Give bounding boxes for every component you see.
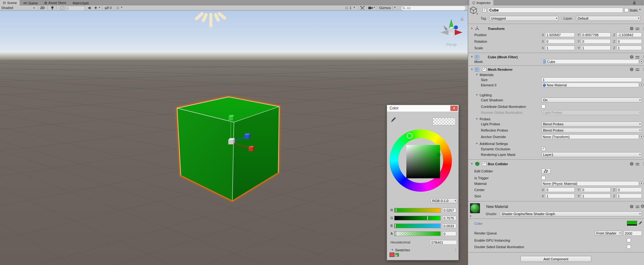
meshfilter-foldout-icon[interactable]: ▼ [471, 55, 473, 60]
color-window-titlebar[interactable]: Color x [387, 105, 458, 112]
anchor-object-picker[interactable] [640, 135, 643, 138]
static-checkbox[interactable] [624, 8, 628, 12]
material-gear-icon[interactable] [641, 204, 644, 208]
scale-z-field[interactable]: 1 [617, 46, 642, 50]
material-presets-icon[interactable] [636, 205, 639, 208]
probes-label[interactable]: Probes [480, 117, 491, 122]
collider-center-x-field[interactable]: 0 [545, 187, 575, 192]
shading-mode-dropdown[interactable]: Shaded ▾ [1, 5, 13, 10]
materials-size-field[interactable]: 1 [541, 77, 642, 82]
meshfilter-menu-icon[interactable] [642, 55, 644, 59]
swatch-red[interactable] [390, 253, 395, 257]
collider-center-z-field[interactable]: 0 [617, 187, 642, 192]
physic-material-picker[interactable] [640, 181, 643, 185]
tag-dropdown[interactable]: Untagged [489, 16, 559, 21]
scale-handle-x[interactable] [249, 146, 254, 151]
hue-marker[interactable] [407, 133, 413, 139]
snap-dropdown-icon[interactable]: ▾ [354, 6, 355, 9]
scale-handle-z[interactable] [245, 133, 250, 139]
meshrenderer-title[interactable]: Mesh Renderer [488, 67, 512, 72]
gpu-instancing-checkbox[interactable] [627, 238, 631, 242]
position-x-field[interactable]: 1.920587 [545, 32, 575, 37]
lighting-foldout-icon[interactable]: ▼ [476, 93, 478, 98]
gameobject-enabled-checkbox[interactable] [482, 8, 487, 12]
slider-b-value[interactable]: 0.0033 [442, 224, 456, 228]
meshfilter-title[interactable]: Cube (Mesh Filter) [488, 55, 518, 60]
gameobject-name-field[interactable]: Cube [488, 7, 623, 13]
shader-dropdown[interactable]: Shader Graphs/New Shader Graph [500, 211, 642, 216]
scale-y-field[interactable]: 1 [581, 46, 611, 50]
material-preview-thumbnail[interactable] [470, 203, 480, 213]
element0-field[interactable]: New Material [541, 83, 639, 87]
physic-material-field[interactable]: None (Physic Material) [541, 181, 639, 186]
tools-icon[interactable] [360, 6, 365, 10]
slider-b-track[interactable] [394, 224, 441, 228]
transform-presets-icon[interactable] [636, 27, 639, 30]
meshrenderer-foldout-icon[interactable]: ▼ [471, 67, 473, 72]
collider-size-y-field[interactable]: 1 [581, 194, 611, 198]
transform-help-icon[interactable] [630, 27, 633, 30]
boxcollider-foldout-icon[interactable]: ▼ [471, 161, 473, 166]
axis-z-cone[interactable] [454, 26, 458, 30]
meshrenderer-enabled-checkbox[interactable] [482, 67, 486, 71]
material-color-swatch[interactable] [627, 221, 637, 226]
audio-toggle-icon[interactable] [88, 6, 92, 10]
render-queue-mode-dropdown[interactable]: From Shader [595, 231, 622, 236]
color-mode-dropdown[interactable]: RGB 0-1.0 [431, 198, 457, 203]
scene-search-input[interactable]: All [401, 6, 466, 11]
scene-tabbar-menu-icon[interactable] [464, 1, 467, 5]
additional-settings-label[interactable]: Additional Settings [480, 141, 508, 146]
mesh-field[interactable]: Cube [541, 59, 639, 64]
slider-r-track[interactable] [394, 208, 441, 213]
slider-a-value[interactable]: 0 [442, 231, 456, 236]
anchor-override-field[interactable]: None (Transform) [541, 134, 639, 139]
effects-dropdown-icon[interactable]: ▾ [99, 6, 100, 9]
static-dropdown-icon[interactable]: ▾ [639, 8, 641, 11]
projection-label[interactable]: Persp [446, 42, 457, 47]
tab-game[interactable]: Game [21, 0, 41, 6]
slider-a-track[interactable] [394, 231, 441, 236]
is-trigger-checkbox[interactable] [541, 176, 545, 180]
position-z-field[interactable]: -1.533842 [617, 32, 642, 37]
slider-r-value[interactable]: 0.0257 [442, 208, 456, 213]
materials-foldout-icon[interactable]: ▼ [476, 72, 478, 77]
add-component-button[interactable]: Add Component [521, 256, 591, 262]
tab-scene[interactable]: Scene [0, 0, 20, 5]
transform-menu-icon[interactable] [642, 26, 644, 31]
eyedropper-icon[interactable] [391, 117, 396, 123]
meshrenderer-presets-icon[interactable] [636, 68, 639, 71]
rotation-z-field[interactable]: 0 [617, 39, 642, 44]
sv-marker[interactable] [437, 153, 440, 156]
gameobject-icon-dropdown[interactable]: ▾ [477, 12, 478, 15]
boxcollider-presets-icon[interactable] [636, 162, 639, 166]
meshrenderer-menu-icon[interactable] [642, 67, 644, 71]
gizmos-dropdown[interactable]: Gizmos [379, 5, 391, 10]
layer-dropdown[interactable]: Default [576, 16, 641, 21]
close-icon[interactable]: x [450, 106, 458, 111]
material-color-label[interactable]: Color [474, 221, 482, 226]
collider-size-z-field[interactable]: 1 [617, 194, 642, 198]
camera-icon[interactable] [368, 7, 373, 9]
saturation-value-box[interactable] [406, 145, 440, 178]
transform-foldout-icon[interactable]: ▼ [471, 26, 473, 31]
inspector-menu-icon[interactable] [640, 1, 643, 5]
scene-visibility-icon[interactable] [104, 6, 109, 10]
grid-visibility-icon[interactable] [116, 6, 119, 10]
lock-icon[interactable] [633, 1, 636, 5]
collider-center-y-field[interactable]: 0 [581, 187, 611, 192]
material-name[interactable]: New Material [486, 204, 508, 209]
light-probes-dropdown[interactable]: Blend Probes [541, 122, 642, 127]
material-foldout-icon[interactable]: ▼ [469, 214, 472, 219]
collider-size-x-field[interactable]: 1 [545, 194, 575, 198]
double-sided-gi-checkbox[interactable] [627, 245, 631, 249]
effects-toggle-icon[interactable] [94, 6, 98, 10]
lighting-label[interactable]: Lighting [480, 93, 492, 98]
scale-handle-center[interactable] [228, 138, 235, 144]
additional-settings-foldout-icon[interactable]: ▼ [476, 141, 478, 146]
scale-handle-y[interactable] [229, 115, 234, 120]
boxcollider-help-icon[interactable] [630, 162, 633, 166]
rendering-layer-mask-dropdown[interactable]: Layer1 [541, 152, 642, 157]
dynamic-occlusion-checkbox[interactable] [541, 147, 545, 151]
mesh-object-picker[interactable] [640, 60, 643, 63]
material-help-icon[interactable] [630, 205, 633, 208]
